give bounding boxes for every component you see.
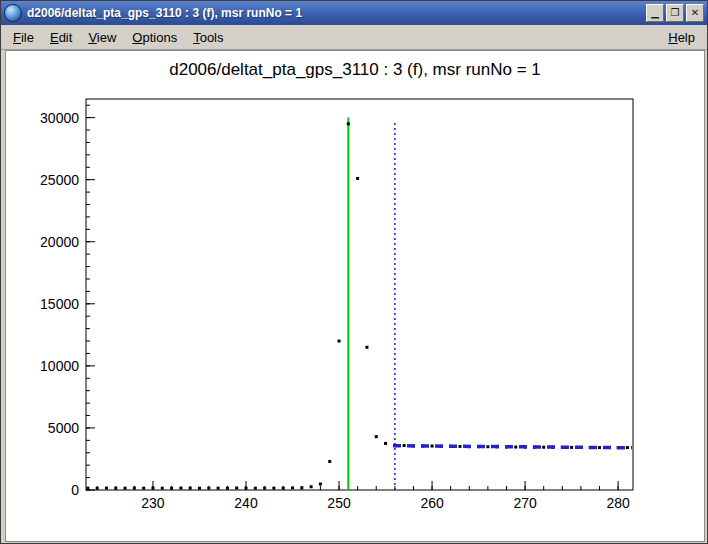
menu-file[interactable]: File bbox=[5, 27, 42, 48]
data-point bbox=[114, 487, 117, 490]
data-point bbox=[245, 487, 248, 490]
data-point bbox=[282, 487, 285, 490]
data-point bbox=[105, 487, 108, 490]
data-point bbox=[133, 487, 136, 490]
data-point bbox=[365, 346, 368, 349]
menu-tools[interactable]: Tools bbox=[185, 27, 231, 48]
data-point bbox=[151, 487, 154, 490]
close-button[interactable]: ✕ bbox=[686, 4, 704, 22]
data-point bbox=[319, 483, 322, 486]
theory-line bbox=[393, 446, 632, 448]
data-point bbox=[142, 487, 145, 490]
y-tick-label: 5000 bbox=[48, 420, 79, 436]
window-title: d2006/deltat_pta_gps_3110 : 3 (f), msr r… bbox=[27, 6, 641, 20]
x-tick-label: 230 bbox=[141, 495, 165, 511]
data-point bbox=[96, 487, 99, 490]
menu-help[interactable]: Help bbox=[660, 27, 703, 48]
menu-options[interactable]: Options bbox=[124, 27, 185, 48]
y-tick-label: 30000 bbox=[40, 110, 79, 126]
data-point bbox=[198, 487, 201, 490]
x-tick-label: 280 bbox=[606, 495, 630, 511]
data-point bbox=[431, 445, 434, 448]
data-point bbox=[626, 446, 629, 449]
data-point bbox=[217, 487, 220, 490]
data-point bbox=[347, 122, 350, 125]
data-point bbox=[403, 444, 406, 447]
x-tick-label: 250 bbox=[327, 495, 351, 511]
data-point bbox=[189, 487, 192, 490]
data-point bbox=[310, 485, 313, 488]
data-point bbox=[328, 460, 331, 463]
app-icon bbox=[4, 4, 22, 22]
menu-view[interactable]: View bbox=[80, 27, 124, 48]
data-point bbox=[375, 435, 378, 438]
data-point bbox=[179, 487, 182, 490]
data-point bbox=[338, 340, 341, 343]
data-point bbox=[272, 487, 275, 490]
data-point bbox=[570, 446, 573, 449]
plot-frame bbox=[86, 99, 633, 490]
data-point bbox=[124, 487, 127, 490]
data-point bbox=[486, 445, 489, 448]
data-point bbox=[384, 442, 387, 445]
x-tick-label: 270 bbox=[513, 495, 537, 511]
minimize-button[interactable]: ▁ bbox=[646, 4, 664, 22]
menu-items: FileEditViewOptionsTools bbox=[5, 27, 232, 48]
x-tick-label: 260 bbox=[420, 495, 444, 511]
data-point bbox=[86, 487, 89, 490]
y-tick-label: 0 bbox=[71, 482, 79, 498]
menu-right-items: Help bbox=[660, 27, 703, 48]
data-point bbox=[542, 446, 545, 449]
data-point bbox=[263, 487, 266, 490]
y-tick-label: 25000 bbox=[40, 172, 79, 188]
data-point bbox=[226, 487, 229, 490]
data-point bbox=[598, 446, 601, 449]
menu-edit[interactable]: Edit bbox=[42, 27, 80, 48]
menubar: FileEditViewOptionsTools Help bbox=[1, 25, 707, 50]
data-point bbox=[207, 487, 210, 490]
window-controls: ▁ ❐ ✕ bbox=[646, 4, 704, 22]
data-point bbox=[514, 446, 517, 449]
titlebar[interactable]: d2006/deltat_pta_gps_3110 : 3 (f), msr r… bbox=[1, 1, 707, 25]
data-point bbox=[300, 486, 303, 489]
data-point bbox=[291, 486, 294, 489]
plot-svg: 2302402502602702800500010000150002000025… bbox=[6, 51, 704, 541]
plot-canvas[interactable]: d2006/deltat_pta_gps_3110 : 3 (f), msr r… bbox=[5, 50, 705, 542]
data-point bbox=[458, 445, 461, 448]
data-point bbox=[161, 487, 164, 490]
y-tick-label: 10000 bbox=[40, 358, 79, 374]
maximize-button[interactable]: ❐ bbox=[666, 4, 684, 22]
y-tick-label: 20000 bbox=[40, 234, 79, 250]
data-point bbox=[254, 487, 257, 490]
data-point bbox=[170, 487, 173, 490]
y-tick-label: 15000 bbox=[40, 296, 79, 312]
x-tick-label: 240 bbox=[234, 495, 258, 511]
app-window: d2006/deltat_pta_gps_3110 : 3 (f), msr r… bbox=[0, 0, 708, 544]
data-point bbox=[356, 177, 359, 180]
data-point bbox=[235, 487, 238, 490]
